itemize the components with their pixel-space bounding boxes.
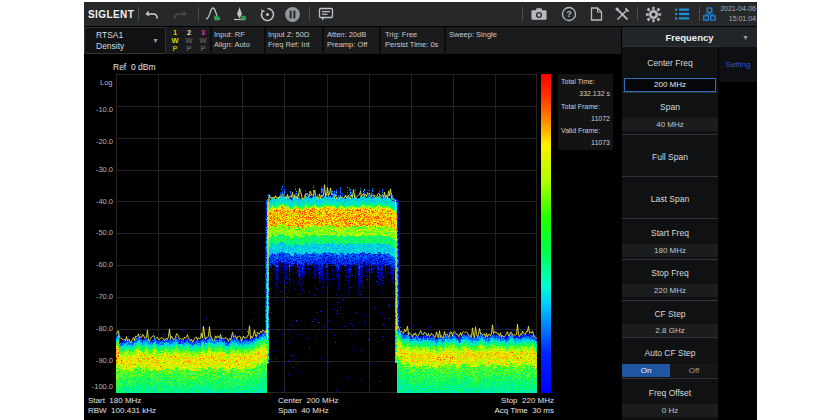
toolbar-separator xyxy=(198,7,199,21)
tools-icon[interactable] xyxy=(613,5,631,23)
y-tick: -70.0 xyxy=(84,292,113,301)
top-toolbar: SIGLENT ? xyxy=(84,2,757,26)
total-time-value: 332.132 s xyxy=(561,88,610,100)
stop-freq-value[interactable]: 220 MHz xyxy=(622,284,718,297)
start-freq-value[interactable]: 180 MHz xyxy=(622,244,718,257)
svg-text:?: ? xyxy=(566,9,572,19)
y-tick: -10.0 xyxy=(84,105,113,114)
siglent-logo: SIGLENT xyxy=(88,9,134,20)
menu-title: Frequency xyxy=(665,32,713,43)
y-tick: -40.0 xyxy=(84,197,113,206)
mode-selector[interactable]: RTSA1 Density ▼ xyxy=(84,27,166,54)
toggle-on[interactable]: On xyxy=(622,364,670,377)
message-icon[interactable] xyxy=(317,5,335,23)
total-time-label: Total Time: xyxy=(561,76,610,88)
camera-icon[interactable] xyxy=(530,5,548,23)
center-freq-value[interactable]: 200 MHz xyxy=(624,78,716,92)
chevron-down-icon: ▼ xyxy=(152,37,159,44)
help-icon[interactable]: ? xyxy=(560,5,578,23)
peak-curve-icon[interactable] xyxy=(204,5,222,23)
toolbar-separator xyxy=(522,7,523,21)
status-separator xyxy=(444,27,446,54)
redo-icon[interactable] xyxy=(171,5,189,23)
auto-cf-step-toggle[interactable]: On Off xyxy=(622,364,718,377)
toolbar-separator xyxy=(637,7,638,21)
status-separator xyxy=(322,27,324,54)
toolbar-separator xyxy=(138,7,139,21)
rbw-readout: RBW 100.431 kHz xyxy=(88,406,156,415)
span-readout: Span 40 MHz xyxy=(278,406,329,415)
status-separator xyxy=(210,27,212,54)
menu-item-last-span[interactable]: Last Span xyxy=(622,176,718,218)
center-freq-readout: Center 200 MHz xyxy=(278,396,338,405)
start-freq-readout: Start 180 MHz xyxy=(88,396,141,405)
replay-icon[interactable] xyxy=(258,5,276,23)
menu-item-center-freq[interactable]: Center Freq 200 MHz xyxy=(622,46,718,92)
analyzer-app: SIGLENT ? xyxy=(84,2,757,420)
status-separator xyxy=(264,27,266,54)
frequency-menu: Center Freq 200 MHz Span 40 MHz Full Spa… xyxy=(622,46,718,420)
menu-header[interactable]: Frequency ▼ xyxy=(622,27,757,48)
datetime: 2021-04-06 15:01:04 xyxy=(712,4,756,24)
date-label: 2021-04-06 xyxy=(712,4,756,14)
valid-frame-value: 11073 xyxy=(561,137,610,149)
freq-offset-value[interactable]: 0 Hz xyxy=(622,404,718,417)
cf-step-value[interactable]: 2.8 GHz xyxy=(622,324,718,337)
trace-indicator-3[interactable]: 3 W P xyxy=(197,29,209,54)
trace-indicator-1[interactable]: 1 W P xyxy=(169,29,181,54)
valid-frame-label: Valid Frame: xyxy=(561,125,610,137)
status-sweep: Sweep: Single xyxy=(449,30,497,40)
y-tick: -90.0 xyxy=(84,356,113,365)
scale-label: Log xyxy=(100,78,113,87)
total-frame-value: 11072 xyxy=(561,113,610,125)
tab-setting[interactable]: Setting xyxy=(719,47,757,82)
y-tick: -50.0 xyxy=(84,228,113,237)
toolbar-separator xyxy=(699,7,700,21)
file-icon[interactable] xyxy=(587,5,605,23)
list-icon[interactable] xyxy=(673,5,691,23)
y-tick: -60.0 xyxy=(84,260,113,269)
menu-item-full-span[interactable]: Full Span xyxy=(622,134,718,176)
y-tick: -100.0 xyxy=(84,382,113,391)
y-tick: -80.0 xyxy=(84,324,113,333)
y-tick: -20.0 xyxy=(84,137,113,146)
density-colorbar xyxy=(541,74,551,393)
menu-item-span[interactable]: Span 40 MHz xyxy=(622,92,718,134)
menu-item-auto-cf-step[interactable]: Auto CF Step On Off xyxy=(622,337,718,378)
span-value[interactable]: 40 MHz xyxy=(622,118,718,131)
density-spectrum-canvas xyxy=(116,74,537,393)
ref-level-label: Ref 0 dBm xyxy=(113,62,156,72)
menu-item-stop-freq[interactable]: Stop Freq 220 MHz xyxy=(622,259,718,300)
menu-item-start-freq[interactable]: Start Freq 180 MHz xyxy=(622,218,718,259)
marker-pin-icon[interactable] xyxy=(231,5,249,23)
setting-tab-label: Setting xyxy=(726,60,751,69)
toggle-off[interactable]: Off xyxy=(670,364,718,377)
trace-indicator-2[interactable]: 2 W P xyxy=(183,29,195,54)
status-trigger: Trig: FreePersist Time: 0s xyxy=(385,30,438,50)
menu-item-cf-step[interactable]: CF Step 2.8 GHz xyxy=(622,300,718,337)
stop-freq-readout: Stop 220 MHz xyxy=(424,396,554,405)
acq-time-readout: Acq Time 30 ms xyxy=(424,406,554,415)
y-tick: -30.0 xyxy=(84,165,113,174)
spectrum-display: Ref 0 dBm Log -10.0 -20.0 -30.0 -40.0 -5… xyxy=(84,54,621,420)
gear-icon[interactable] xyxy=(644,5,662,23)
chevron-down-icon: ▼ xyxy=(742,34,749,41)
total-frame-label: Total Frame: xyxy=(561,101,610,113)
status-impedance: Input Z: 50ΩFreq Ref: Int xyxy=(268,30,310,50)
status-separator xyxy=(379,27,381,54)
time-label: 15:01:04 xyxy=(712,14,756,24)
mode-line2: Density xyxy=(96,41,124,51)
status-atten: Atten: 20dBPreamp: Off xyxy=(327,30,367,50)
status-bar: RTSA1 Density ▼ 1 W P 2 W P 3 W P Input:… xyxy=(84,27,621,54)
undo-icon[interactable] xyxy=(143,5,161,23)
toolbar-separator xyxy=(309,7,310,21)
pause-icon[interactable] xyxy=(283,5,301,23)
status-input: Input: RFAlign: Auto xyxy=(214,30,250,50)
menu-item-freq-offset[interactable]: Freq Offset 0 Hz xyxy=(622,378,718,420)
acquisition-info-box: Total Time: 332.132 s Total Frame: 11072… xyxy=(558,74,613,150)
mode-line1: RTSA1 xyxy=(96,30,123,40)
